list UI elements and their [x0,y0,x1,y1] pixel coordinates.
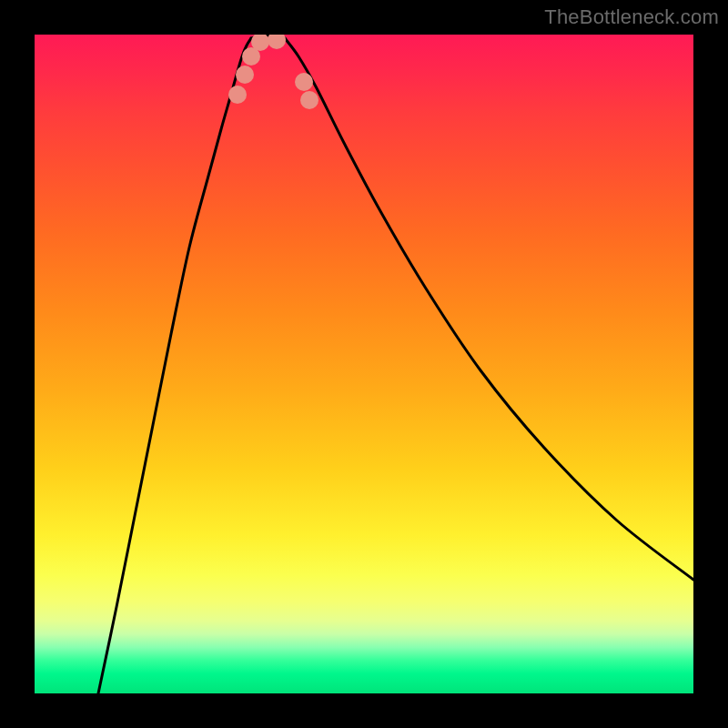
marker-m7 [300,91,318,109]
chart-frame: TheBottleneck.com [0,0,728,728]
watermark-text: TheBottleneck.com [544,5,719,29]
marker-m1 [228,86,247,104]
curve-svg [35,35,693,693]
marker-m5 [268,35,286,49]
series-group [98,35,693,693]
marker-group [228,35,318,109]
series-left-branch [98,38,251,693]
marker-m2 [236,66,254,84]
marker-m6 [295,73,313,91]
series-right-branch [285,38,693,580]
plot-area [35,35,693,693]
